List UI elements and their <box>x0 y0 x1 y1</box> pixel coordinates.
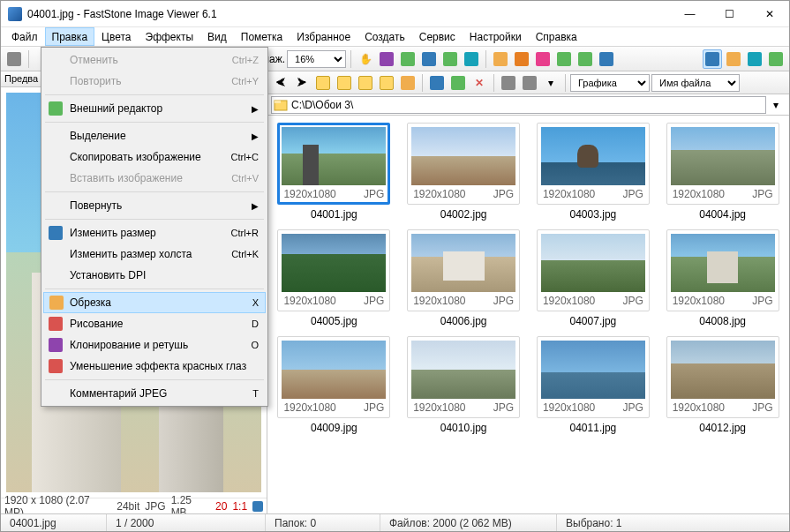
filter-select[interactable]: Графика <box>570 74 650 92</box>
thumbnail-04011.jpg[interactable]: 1920x1080JPG04011.jpg <box>534 336 653 434</box>
view-options-button[interactable]: ▾ <box>541 73 561 93</box>
menu-item-label: Скопировать изображение <box>70 151 201 163</box>
nav-favorites-button[interactable] <box>398 73 418 93</box>
menu-избранное[interactable]: Избранное <box>290 27 357 46</box>
rotate-right-button[interactable] <box>576 49 595 69</box>
menu-item-скопировать-изображение[interactable]: Скопировать изображениеCtrl+C <box>43 146 266 168</box>
thumb-filename: 04008.jpg <box>699 315 746 327</box>
preview-format: JPG <box>145 500 165 513</box>
thumbnail-04002.jpg[interactable]: 1920x1080JPG04002.jpg <box>404 123 523 221</box>
effects-button[interactable] <box>533 49 553 69</box>
nav-docs-button[interactable] <box>377 73 396 93</box>
thumbnail-04003.jpg[interactable]: 1920x1080JPG04003.jpg <box>534 123 653 221</box>
copy-button[interactable] <box>427 73 447 93</box>
menu-item-выделение[interactable]: Выделение▶ <box>43 125 266 146</box>
tool-button-5[interactable] <box>462 49 481 69</box>
tool-button-2[interactable] <box>398 49 418 69</box>
tool-button-4[interactable] <box>440 49 460 69</box>
preview-extra-icon[interactable] <box>252 501 263 512</box>
thumb-info: 1920x1080JPG <box>671 185 775 200</box>
thumbnail-04006.jpg[interactable]: 1920x1080JPG04006.jpg <box>404 229 523 327</box>
path-dropdown-button[interactable]: ▾ <box>766 95 786 115</box>
menu-item-внешний-редактор[interactable]: Внешний редактор▶ <box>43 98 266 119</box>
menu-item-label: Рисование <box>70 318 123 330</box>
thumb-format: JPG <box>623 295 643 307</box>
menu-настройки[interactable]: Настройки <box>463 27 529 46</box>
thumb-filename: 04001.jpg <box>311 208 357 221</box>
menu-файл[interactable]: Файл <box>4 27 45 46</box>
menu-справка[interactable]: Справка <box>529 27 584 46</box>
thumb-filename: 04002.jpg <box>440 208 487 221</box>
thumb-image <box>671 341 775 399</box>
menu-item-уменьшение-эффекта-красных-глаз[interactable]: Уменьшение эффекта красных глаз <box>43 356 266 377</box>
delete-button[interactable]: ✕ <box>470 73 489 93</box>
menu-item-label: Установить DPI <box>70 269 146 281</box>
menu-цвета[interactable]: Цвета <box>94 27 138 46</box>
menu-пометка[interactable]: Пометка <box>234 27 290 46</box>
view-small-icons-button[interactable] <box>520 73 539 93</box>
thumb-frame: 1920x1080JPG <box>537 229 650 311</box>
thumbnail-04008.jpg[interactable]: 1920x1080JPG04008.jpg <box>663 229 782 327</box>
thumbnail-04005.jpg[interactable]: 1920x1080JPG04005.jpg <box>275 229 394 327</box>
nav-back-button[interactable]: ⮜ <box>271 73 290 93</box>
fullscreen-button[interactable] <box>766 49 786 69</box>
nav-desktop-button[interactable] <box>356 73 375 93</box>
menu-item-label: Обрезка <box>70 296 111 309</box>
path-input[interactable] <box>271 96 766 114</box>
thumb-filename: 04007.jpg <box>570 315 617 327</box>
menu-item-установить-dpi[interactable]: Установить DPI <box>43 265 266 286</box>
thumbnail-04001.jpg[interactable]: 1920x1080JPG04001.jpg <box>275 123 394 221</box>
sort-select[interactable]: Имя файла <box>651 74 740 92</box>
thumbnail-04007.jpg[interactable]: 1920x1080JPG04007.jpg <box>534 229 653 327</box>
rotate-left-button[interactable] <box>554 49 574 69</box>
thumb-info: 1920x1080JPG <box>411 399 515 414</box>
menu-item-изменить-размер[interactable]: Изменить размерCtrl+R <box>43 222 266 244</box>
brightness-button[interactable] <box>491 49 510 69</box>
menu-item-повернуть[interactable]: Повернуть▶ <box>43 195 266 216</box>
zoom-select[interactable]: 16% <box>287 50 346 68</box>
thumbnail-04004.jpg[interactable]: 1920x1080JPG04004.jpg <box>663 123 782 221</box>
maximize-button[interactable]: ☐ <box>710 1 749 27</box>
thumb-frame: 1920x1080JPG <box>277 229 390 311</box>
wallpaper-button[interactable] <box>597 49 616 69</box>
view-large-icons-button[interactable] <box>499 73 518 93</box>
menu-item-клонирование-и-ретушь[interactable]: Клонирование и ретушьO <box>43 334 266 356</box>
thumb-info: 1920x1080JPG <box>282 399 386 414</box>
Клонирование и ретушь-icon <box>49 338 63 352</box>
tool-button-1[interactable] <box>377 49 396 69</box>
color-button[interactable] <box>512 49 531 69</box>
hand-tool-button[interactable]: ✋ <box>356 49 375 69</box>
nav-up-button[interactable] <box>313 73 333 93</box>
minimize-button[interactable]: — <box>670 1 710 27</box>
menu-shortcut: Ctrl+R <box>231 228 259 238</box>
tool-button-3[interactable] <box>419 49 439 69</box>
move-button[interactable] <box>448 73 468 93</box>
view-list-button[interactable] <box>724 49 743 69</box>
thumb-filename: 04005.jpg <box>311 315 357 327</box>
menu-item-изменить-размер-холста[interactable]: Изменить размер холстаCtrl+K <box>43 244 266 265</box>
menu-item-label: Изменить размер <box>70 227 156 239</box>
view-thumbnails-button[interactable] <box>703 49 722 69</box>
menu-сервис[interactable]: Сервис <box>412 27 463 46</box>
thumb-resolution: 1920x1080 <box>673 295 725 307</box>
view-detail-button[interactable] <box>745 49 764 69</box>
menu-item-label: Отменить <box>70 54 118 66</box>
menu-item-рисование[interactable]: РисованиеD <box>43 313 266 334</box>
menu-правка[interactable]: Правка <box>45 27 95 46</box>
menu-item-комментарий-jpeg[interactable]: Комментарий JPEGT <box>43 383 266 404</box>
menu-эффекты[interactable]: Эффекты <box>139 27 201 46</box>
menu-item-label: Клонирование и ретушь <box>70 339 188 351</box>
thumb-format: JPG <box>752 401 772 414</box>
thumbnail-04010.jpg[interactable]: 1920x1080JPG04010.jpg <box>404 336 523 434</box>
menu-создать[interactable]: Создать <box>357 27 412 46</box>
status-filename: 04001.jpg <box>1 514 107 531</box>
menu-вид[interactable]: Вид <box>200 27 234 46</box>
nav-forward-button[interactable]: ⮞ <box>292 73 312 93</box>
nav-home-button[interactable] <box>335 73 354 93</box>
thumbnail-04009.jpg[interactable]: 1920x1080JPG04009.jpg <box>275 336 394 434</box>
close-button[interactable]: ✕ <box>749 1 789 27</box>
thumb-frame: 1920x1080JPG <box>537 336 650 418</box>
thumbnail-04012.jpg[interactable]: 1920x1080JPG04012.jpg <box>663 336 782 434</box>
capture-button[interactable] <box>4 49 24 69</box>
menu-item-обрезка[interactable]: ОбрезкаX <box>43 292 266 313</box>
